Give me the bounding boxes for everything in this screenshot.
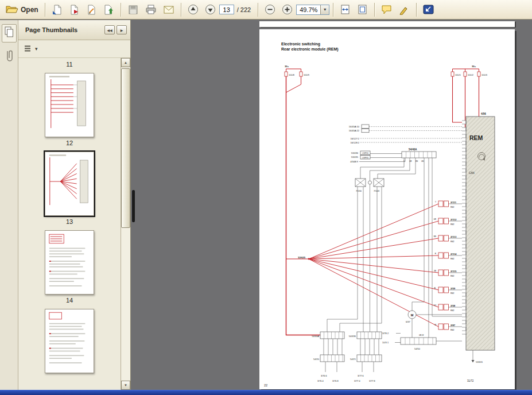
fuse-label: 11D/8 [289,74,294,76]
component-tag: LGSPGD [362,157,368,159]
splice-label: 53/625 [298,256,305,259]
wire-color-label: GR-W [419,334,424,336]
document-page[interactable]: Electronic switching Rear electronic mod… [259,29,515,389]
comment-button[interactable] [378,2,395,18]
zoom-dropdown-button[interactable]: ▾ [320,5,329,14]
previous-page-button[interactable] [185,2,201,18]
export-button[interactable] [66,2,83,18]
thumbnail-page-label: 14 [66,297,73,304]
svg-text:W: W [434,324,436,326]
fullscreen-button[interactable] [420,2,437,18]
page-number-input[interactable] [219,5,234,14]
thumbnail-page-14[interactable]: 14 [45,230,94,304]
svg-text:RM2: RM2 [451,292,455,295]
print-button[interactable] [142,2,160,18]
toolbar-separator [416,3,417,17]
thumbnail-12-preview [45,73,94,137]
document-view[interactable]: Electronic switching Rear electronic mod… [136,20,532,390]
zoom-level-value: 49.7% [297,5,320,14]
splitter-drag-handle[interactable] [132,190,135,222]
diagram-title-line2: Rear electronic module (REM) [281,47,339,52]
envelope-icon [163,5,174,15]
ref-label: 10/3:1 [382,341,389,344]
pen-icon [399,5,410,15]
fit-page-icon [357,4,368,15]
thumbnail-15-preview [45,309,94,373]
bus-connector-label: 54/40A [409,148,417,151]
edit-sign-button[interactable] [83,2,100,18]
thumbnail-page-label: 11 [66,61,72,68]
thumbnail-page-12[interactable]: 12 [45,73,94,146]
svg-text:RM2: RM2 [451,275,455,277]
share-upload-button[interactable] [100,2,117,18]
fuse-label: 11D/3 [481,74,487,76]
pencil-icon [86,5,97,15]
zoom-level-select[interactable]: 49.7% ▾ [296,5,329,15]
thumbnail-options-button[interactable]: ▾ [24,44,38,54]
thumbnail-image [45,309,94,373]
diagram-title-line1: Electronic switching [281,42,320,47]
os-taskbar[interactable] [0,390,532,395]
fit-page-button[interactable] [354,2,371,18]
right-connector-2-112: GR 2/112 RM2 [434,218,463,226]
panel-title: Page Thumbnails [22,26,103,33]
email-button[interactable] [160,2,177,18]
thumbnail-image [45,73,94,137]
zoom-in-button[interactable] [279,2,296,18]
export-icon [69,5,80,15]
open-button-label: Open [21,6,38,14]
svg-text:2/115: 2/115 [451,270,457,273]
arrow-down-circle-icon [205,4,216,15]
next-page-button[interactable] [202,2,219,18]
rem-module-label: REM [469,134,483,141]
bottom-ref-label: 3/76:6 [321,375,327,377]
svg-text:6/37: 6/37 [406,320,411,323]
fuse-label: 11D/1 [455,74,461,76]
zoom-out-button[interactable] [262,2,278,18]
plus-circle-icon [282,4,293,15]
toolbar-separator [374,3,375,17]
thumbnail-page-label: 13 [66,218,73,225]
panel-forward-button[interactable]: ▶ [117,25,127,34]
rem-module-body [466,117,495,350]
thumbnail-image [45,152,94,216]
panel-back-button[interactable]: ◀◀ [104,25,115,34]
thumbnail-14-preview [45,231,94,294]
svg-text:2/59: 2/59 [451,287,456,290]
sign-pen-button[interactable] [396,2,413,18]
svg-text:RM2: RM2 [451,309,455,312]
svg-text:RM2: RM2 [451,258,455,260]
save-copy-button[interactable] [49,2,65,18]
signal-label: 16/127:2 [350,137,359,140]
thumbnail-page-15-partial[interactable] [45,309,94,373]
toolbar-separator [45,3,45,17]
scrollbar-down-button[interactable]: ▼ [121,381,130,390]
bottom-ref-label: 3/77:8 [369,380,375,382]
scrollbar-thumb[interactable] [121,68,130,228]
thumbnail-page-label: 12 [66,140,73,146]
open-button[interactable]: Open [3,2,41,18]
signal-label: 4/56B:9 [350,160,359,163]
save-button[interactable] [125,2,142,18]
double-left-arrow-icon: ◀◀ [107,28,112,32]
attachments-panel-tab[interactable] [3,49,15,66]
svg-text:2/58: 2/58 [451,304,456,307]
thumbnail-page-13-selected[interactable]: 13 [45,152,94,225]
ref-label: 53/631 [476,361,483,363]
svg-text:Y: Y [435,201,436,203]
svg-text:VO: VO [434,304,437,307]
rem-pin-column [462,119,467,335]
connector-label: 7/143 [374,189,380,192]
scrollbar-up-button[interactable]: ▲ [121,58,130,67]
sheet-ref-label: 31/72 [467,379,474,382]
previous-page-edge [259,21,515,27]
fuse-label: 11D/2 [468,74,473,76]
pages-panel-tab[interactable] [2,24,17,42]
thumbnail-list: 11 [18,58,130,390]
toolbar: Open / 222 [0,0,532,20]
fuse-label: 11D/9 [304,74,309,76]
svg-text:BL: BL [434,287,436,289]
svg-text:SB: SB [434,270,436,272]
fit-width-button[interactable] [337,2,354,18]
chevron-down-icon: ▾ [324,7,326,12]
